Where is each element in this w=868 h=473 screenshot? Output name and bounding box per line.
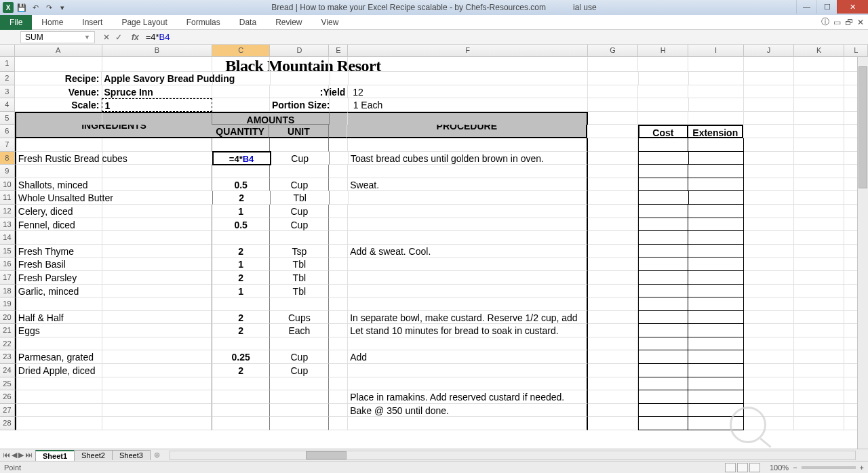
close-button[interactable]: ✕: [837, 0, 868, 14]
sheet-tab-1[interactable]: Sheet1: [35, 450, 75, 461]
zoom-slider[interactable]: [802, 466, 856, 469]
col-header-k[interactable]: K: [794, 45, 844, 56]
tab-insert[interactable]: Insert: [73, 15, 112, 30]
cell[interactable]: [794, 125, 844, 138]
new-sheet-icon[interactable]: ⊕: [150, 451, 164, 459]
next-sheet-icon[interactable]: ▶: [18, 451, 24, 459]
cell[interactable]: [349, 72, 588, 85]
col-header-j[interactable]: J: [744, 45, 794, 56]
page-break-view-icon[interactable]: [749, 463, 760, 472]
cell[interactable]: [213, 72, 271, 85]
cell[interactable]: [743, 125, 793, 138]
cell[interactable]: [212, 98, 270, 112]
cell[interactable]: [588, 85, 638, 99]
close-workbook-icon[interactable]: ✕: [857, 18, 864, 27]
accept-formula-icon[interactable]: ✓: [115, 33, 122, 42]
col-header-d[interactable]: D: [270, 45, 329, 56]
cell[interactable]: [587, 125, 637, 138]
cell[interactable]: [744, 98, 794, 112]
tab-formulas[interactable]: Formulas: [177, 15, 230, 30]
cell[interactable]: Recipe:: [15, 72, 102, 85]
vertical-scrollbar[interactable]: [857, 57, 868, 449]
restore-window-icon[interactable]: 🗗: [845, 18, 853, 27]
zoom-level[interactable]: 100%: [770, 464, 789, 472]
col-header-b[interactable]: B: [102, 45, 212, 56]
cell[interactable]: 12: [348, 85, 587, 99]
cell[interactable]: Scale:: [15, 98, 102, 112]
cell[interactable]: [794, 98, 844, 112]
cell[interactable]: [271, 72, 330, 85]
horizontal-scrollbar[interactable]: [170, 451, 856, 460]
cell[interactable]: [794, 72, 844, 85]
cell[interactable]: [744, 85, 794, 99]
last-sheet-icon[interactable]: ⏭: [25, 451, 33, 459]
cell[interactable]: Yield:: [329, 85, 348, 99]
cell[interactable]: Apple Savory Bread Pudding: [102, 72, 213, 85]
cell[interactable]: Spruce Inn: [102, 85, 212, 99]
prev-sheet-icon[interactable]: ◀: [12, 451, 17, 459]
cell[interactable]: [638, 112, 688, 125]
cell[interactable]: [638, 85, 688, 99]
normal-view-icon[interactable]: [725, 463, 736, 472]
spreadsheet-grid[interactable]: A B C D E F G H I J K L Black Mountain R…: [0, 45, 868, 449]
cell[interactable]: Venue:: [15, 85, 102, 99]
cell[interactable]: [588, 98, 638, 112]
cell[interactable]: [638, 98, 688, 112]
sheet-tab-2[interactable]: Sheet2: [74, 450, 113, 460]
cell[interactable]: [688, 85, 743, 99]
tab-home[interactable]: Home: [32, 15, 73, 30]
file-tab[interactable]: File: [0, 15, 32, 30]
column-headers: A B C D E F G H I J K L: [0, 45, 868, 57]
cell[interactable]: [588, 72, 638, 85]
col-header-g[interactable]: G: [588, 45, 638, 56]
minimize-button[interactable]: —: [796, 0, 816, 14]
row-header[interactable]: 1: [0, 57, 15, 72]
col-header-h[interactable]: H: [638, 45, 688, 56]
cell[interactable]: [744, 112, 794, 125]
maximize-button[interactable]: ☐: [816, 0, 837, 14]
col-header-a[interactable]: A: [15, 45, 102, 56]
cell[interactable]: [744, 72, 794, 85]
tab-page-layout[interactable]: Page Layout: [112, 15, 176, 30]
formula-input[interactable]: =4*B4: [143, 31, 868, 43]
fx-icon[interactable]: fx: [127, 33, 143, 42]
name-box[interactable]: SUM▼: [20, 31, 95, 43]
cell[interactable]: [689, 98, 744, 112]
col-header-e[interactable]: E: [329, 45, 348, 56]
cell[interactable]: [689, 72, 744, 85]
col-header-i[interactable]: I: [688, 45, 743, 56]
cell[interactable]: 1 Each: [349, 98, 588, 112]
hscroll-thumb[interactable]: [306, 451, 347, 459]
col-header-c[interactable]: C: [212, 45, 270, 56]
zoom-out-icon[interactable]: −: [793, 464, 797, 472]
zoom-in-icon[interactable]: +: [860, 464, 864, 472]
cell[interactable]: [330, 72, 349, 85]
tab-data[interactable]: Data: [230, 15, 266, 30]
help-icon[interactable]: ⓘ: [821, 16, 829, 28]
tab-review[interactable]: Review: [266, 15, 311, 30]
col-header-l[interactable]: L: [844, 45, 868, 56]
select-all-corner[interactable]: [0, 45, 15, 56]
col-header-f[interactable]: F: [348, 45, 588, 56]
cell[interactable]: [639, 72, 689, 85]
tab-view[interactable]: View: [312, 15, 349, 30]
active-cell[interactable]: =4*B4: [213, 152, 271, 165]
cell[interactable]: [212, 85, 270, 99]
sheet-tab-3[interactable]: Sheet3: [112, 450, 151, 460]
cell[interactable]: [588, 112, 638, 125]
redo-icon[interactable]: ↷: [43, 2, 54, 13]
scale-cell[interactable]: 1: [102, 98, 212, 112]
cancel-formula-icon[interactable]: ✕: [103, 33, 110, 42]
qat-dropdown-icon[interactable]: ▾: [57, 2, 68, 13]
cell[interactable]: [330, 98, 349, 112]
save-icon[interactable]: 💾: [16, 2, 27, 13]
cell[interactable]: [688, 112, 743, 125]
minimize-ribbon-icon[interactable]: ▭: [833, 18, 841, 27]
namebox-dropdown-icon[interactable]: ▼: [84, 34, 90, 41]
cell[interactable]: [794, 85, 844, 99]
page-layout-view-icon[interactable]: [737, 463, 748, 472]
cell[interactable]: [794, 112, 844, 125]
first-sheet-icon[interactable]: ⏮: [3, 451, 10, 459]
vscroll-thumb[interactable]: [859, 66, 867, 188]
undo-icon[interactable]: ↶: [30, 2, 41, 13]
